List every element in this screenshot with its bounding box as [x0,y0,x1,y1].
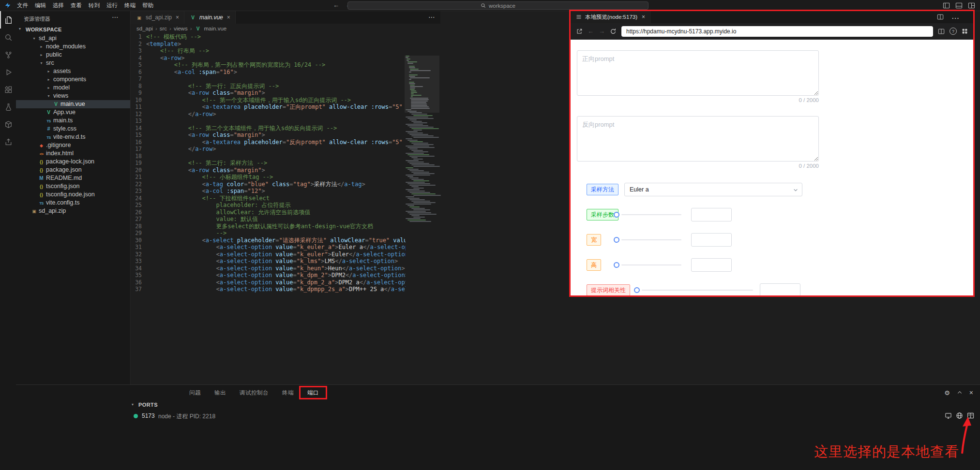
tree-item-vite-env.d.ts[interactable]: vite-env.d.ts [16,133,130,141]
testing-icon[interactable] [0,98,16,116]
close-tab-icon[interactable]: × [176,14,179,21]
tree-item-model[interactable]: ▸model [16,84,130,92]
open-external-icon[interactable] [576,28,583,35]
tree-item-main.ts[interactable]: main.ts [16,117,130,125]
steps-slider-handle[interactable] [614,212,619,218]
tree-item-App.vue[interactable]: App.vue [16,108,130,117]
width-slider-handle[interactable] [614,237,619,243]
split-editor-icon[interactable] [937,14,944,23]
refresh-icon[interactable] [610,28,617,35]
sampler-select[interactable]: Euler a [624,183,802,196]
menubar-item[interactable]: 选择 [49,0,67,11]
tree-item-.gitignore[interactable]: .gitignore [16,141,130,149]
menubar-item[interactable]: 文件 [14,0,31,11]
tree-item-main.vue[interactable]: main.vue [16,100,130,108]
tree-item-tsconfig.node.json[interactable]: tsconfig.node.json [16,191,130,199]
browser-forward-icon[interactable]: → [599,28,605,35]
menubar-item[interactable]: 查看 [67,0,85,11]
cfg-slider-handle[interactable] [634,287,640,293]
tree-item-sd_api[interactable]: ▾sd_api [16,34,130,43]
panel-tab[interactable]: 问题 [182,385,208,400]
breadcrumb-item[interactable]: sd_api [136,26,153,31]
panel-tab[interactable]: 终端 [275,385,301,400]
panel-tab[interactable]: 调试控制台 [233,385,275,400]
width-input[interactable] [691,233,732,247]
width-slider-track[interactable] [621,239,681,240]
steps-input[interactable] [691,208,732,221]
local-preview-icon[interactable] [967,412,974,419]
apps-grid-icon[interactable] [962,28,968,34]
menubar-item[interactable]: 运行 [103,0,121,11]
height-slider-handle[interactable] [614,262,619,268]
tree-item-package.json[interactable]: package.json [16,166,130,174]
tree-item-tsconfig.json[interactable]: tsconfig.json [16,182,130,191]
breadcrumb-item[interactable]: views [174,26,188,31]
history-back-icon[interactable]: ← [333,0,339,11]
preview-tab[interactable]: 本地预览(node:5173) × [570,11,651,23]
tree-item-public[interactable]: ▸public [16,51,130,59]
split-view-icon[interactable] [938,28,945,35]
device-preview-icon[interactable] [945,412,952,419]
ports-section-header[interactable]: ▾ PORTS [16,400,980,411]
menubar-item[interactable]: 终端 [121,0,139,11]
workspace-section-header[interactable]: ▾ WORKSPACE [16,26,130,34]
tree-item-assets[interactable]: ▸assets [16,67,130,75]
negative-prompt-textarea[interactable] [577,116,819,162]
browser-back-icon[interactable]: ← [588,28,594,35]
menubar-item[interactable]: 编辑 [31,0,49,11]
menubar-item[interactable]: 帮助 [139,0,157,11]
breadcrumb-item[interactable]: main.vue [204,26,227,31]
cfg-row: 提示词相关性 [570,283,974,296]
tree-item-index.html[interactable]: index.html [16,149,130,158]
tree-item-src[interactable]: ▾src [16,59,130,67]
titlebar: 文件编辑选择查看转到运行终端帮助 ← → workspace [0,0,980,11]
editor-more-actions-icon[interactable]: ⋯ [428,13,436,21]
tree-item-sd_api.zip[interactable]: sd_api.zip [16,207,130,215]
tree-item-views[interactable]: ▾views [16,92,130,100]
tree-item-vite.config.ts[interactable]: vite.config.ts [16,199,130,207]
tree-item-components[interactable]: ▸components [16,75,130,84]
cfg-slider-track[interactable] [642,290,753,291]
extensions-icon[interactable] [0,81,16,98]
settings-gear-icon[interactable]: ⚙ [944,389,950,397]
editor-tab-main.vue[interactable]: main.vue× [184,11,236,24]
search-icon[interactable] [0,29,16,46]
share-icon[interactable] [0,133,16,150]
panel-tab[interactable]: 输出 [208,385,233,400]
more-actions-icon[interactable]: ⋯ [951,14,959,23]
editor-tab-sd_api.zip[interactable]: sd_api.zip× [131,11,184,24]
tree-item-node_modules[interactable]: ▸node_modules [16,43,130,51]
positive-prompt-textarea[interactable] [577,50,819,96]
minimap[interactable] [406,56,438,222]
source-control-icon[interactable] [0,46,16,63]
sidebar-more-actions-icon[interactable]: ⋯ [112,13,119,21]
chevron-down-icon: ▾ [30,34,38,43]
open-in-browser-icon[interactable] [956,412,963,419]
tree-item-package-lock.json[interactable]: package-lock.json [16,158,130,166]
height-input[interactable] [691,258,732,272]
menubar-item[interactable]: 转到 [85,0,103,11]
customize-layout-icon[interactable] [968,2,975,9]
bottom-panel: 问题输出调试控制台终端端口 ⚙ × ▾ PORTS 5173 node - 进程… [16,384,980,470]
command-center-search[interactable]: workspace [347,1,648,10]
url-bar[interactable]: https://hpdamu-mcydnu-5173.app.myide.io [621,26,933,37]
run-and-debug-icon[interactable] [0,63,16,81]
toggle-panel-icon[interactable] [955,2,963,9]
minimap-viewport[interactable] [405,56,439,113]
tree-item-README.md[interactable]: README.md [16,174,130,182]
cfg-input[interactable] [760,283,800,296]
help-icon[interactable]: ? [950,28,957,35]
close-tab-icon[interactable]: × [227,14,230,21]
steps-slider-track[interactable] [621,214,681,215]
height-slider-track[interactable] [621,264,681,265]
port-row[interactable]: 5173 node - 进程 PID: 2218 [16,411,980,422]
close-panel-icon[interactable]: × [969,389,973,397]
breadcrumb-item[interactable]: src [160,26,167,31]
toggle-sidebar-icon[interactable] [943,2,950,9]
remote-explorer-icon[interactable] [0,116,16,133]
close-preview-icon[interactable]: × [642,14,645,20]
tree-item-style.css[interactable]: style.css [16,125,130,133]
explorer-icon[interactable] [0,11,16,29]
panel-tab[interactable]: 端口 [301,385,326,400]
chevron-up-icon[interactable] [957,390,963,396]
